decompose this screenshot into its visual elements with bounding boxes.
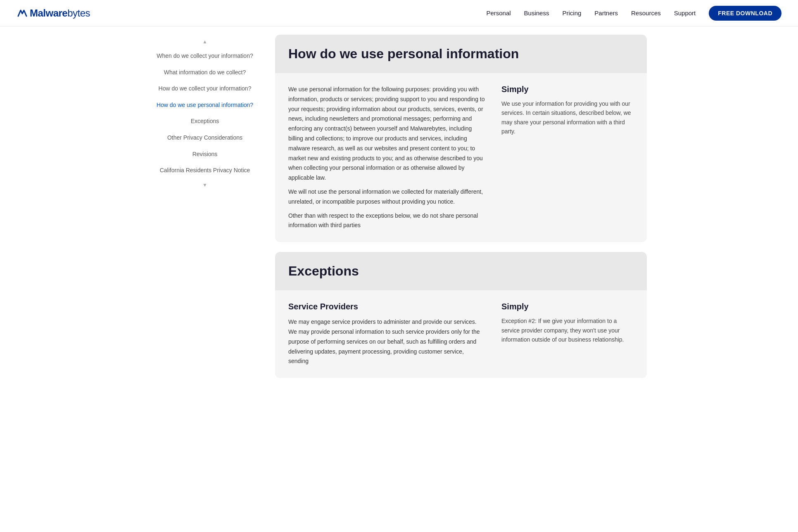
sidebar-item-collect-what[interactable]: What information do we collect? bbox=[164, 64, 246, 81]
logo-text: Malwarebytes bbox=[30, 7, 90, 19]
main-content: How do we use personal information We us… bbox=[267, 35, 655, 388]
sidebar: ▲ When do we collect your information? W… bbox=[143, 35, 267, 388]
simply-title-1: Simply bbox=[501, 85, 634, 94]
section-body-exceptions: Service Providers We may engage service … bbox=[275, 290, 647, 378]
section-header-how-do-we-use: How do we use personal information bbox=[275, 35, 647, 73]
scroll-up-icon: ▲ bbox=[202, 39, 207, 45]
exceptions-paragraph-1: We may engage service providers to admin… bbox=[288, 317, 485, 366]
simply-text-2: Exception #2: If we give your informatio… bbox=[501, 316, 634, 344]
sidebar-item-other-privacy[interactable]: Other Privacy Considerations bbox=[167, 130, 242, 146]
paragraph-3: Other than with respect to the exception… bbox=[288, 211, 485, 231]
nav-resources[interactable]: Resources bbox=[631, 10, 661, 17]
sub-section-title-service-providers: Service Providers bbox=[288, 302, 485, 311]
sidebar-nav: When do we collect your information? Wha… bbox=[151, 48, 259, 179]
nav-pricing[interactable]: Pricing bbox=[562, 10, 581, 17]
main-nav: Personal Business Pricing Partners Resou… bbox=[486, 6, 781, 21]
scroll-down-indicator[interactable]: ▼ bbox=[151, 182, 259, 188]
sidebar-item-collect-when[interactable]: When do we collect your information? bbox=[157, 48, 253, 64]
free-download-button[interactable]: FREE DOWNLOAD bbox=[709, 6, 781, 21]
sidebar-item-california[interactable]: California Residents Privacy Notice bbox=[160, 162, 250, 179]
simply-text-1: We use your information for providing yo… bbox=[501, 99, 634, 136]
simply-title-2: Simply bbox=[501, 302, 634, 311]
section-left-exceptions: Service Providers We may engage service … bbox=[288, 302, 485, 366]
main-text-how-do-we-use: We use personal information for the foll… bbox=[288, 85, 485, 230]
sidebar-item-revisions[interactable]: Revisions bbox=[192, 146, 218, 163]
section-left-how-do-we-use: We use personal information for the foll… bbox=[288, 85, 485, 230]
nav-business[interactable]: Business bbox=[524, 10, 549, 17]
page-layout: ▲ When do we collect your information? W… bbox=[135, 26, 663, 404]
paragraph-1: We use personal information for the foll… bbox=[288, 85, 485, 183]
nav-personal[interactable]: Personal bbox=[486, 10, 511, 17]
site-header: Malwarebytes Personal Business Pricing P… bbox=[0, 0, 798, 26]
scroll-up-indicator[interactable]: ▲ bbox=[151, 39, 259, 45]
section-how-do-we-use: How do we use personal information We us… bbox=[275, 35, 647, 242]
logo-icon bbox=[17, 9, 28, 18]
section-exceptions: Exceptions Service Providers We may enga… bbox=[275, 252, 647, 378]
section-right-how-do-we-use: Simply We use your information for provi… bbox=[501, 85, 634, 230]
section-title-how-do-we-use: How do we use personal information bbox=[288, 46, 634, 62]
logo: Malwarebytes bbox=[17, 7, 90, 19]
section-title-exceptions: Exceptions bbox=[288, 264, 634, 279]
section-header-exceptions: Exceptions bbox=[275, 252, 647, 290]
section-body-how-do-we-use: We use personal information for the foll… bbox=[275, 73, 647, 242]
section-right-exceptions: Simply Exception #2: If we give your inf… bbox=[501, 302, 634, 366]
sidebar-item-collect-how[interactable]: How do we collect your information? bbox=[159, 81, 252, 97]
nav-partners[interactable]: Partners bbox=[594, 10, 618, 17]
sidebar-item-exceptions[interactable]: Exceptions bbox=[191, 113, 219, 130]
sidebar-item-use-personal[interactable]: How do we use personal information? bbox=[157, 97, 253, 114]
main-text-exceptions: We may engage service providers to admin… bbox=[288, 317, 485, 366]
scroll-down-icon: ▼ bbox=[202, 182, 207, 188]
nav-support[interactable]: Support bbox=[674, 10, 696, 17]
paragraph-2: We will not use the personal information… bbox=[288, 187, 485, 207]
